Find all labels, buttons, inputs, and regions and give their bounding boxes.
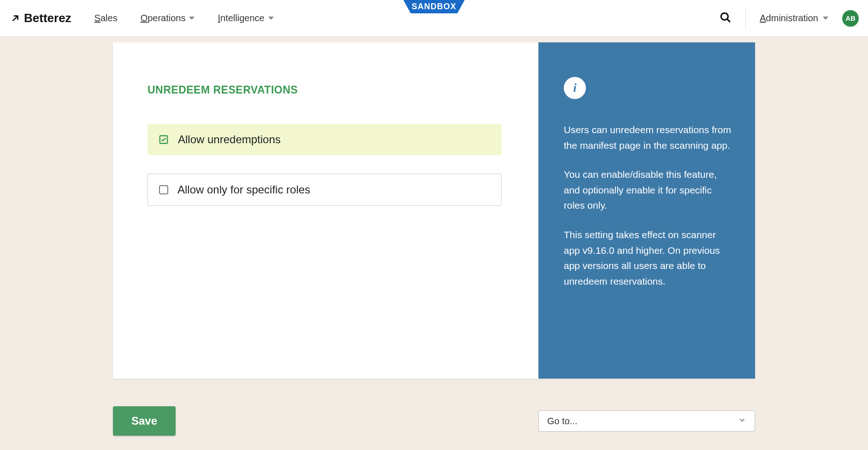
info-icon: i [564, 77, 586, 99]
divider [745, 7, 746, 30]
info-paragraph: Users can unredeem reservations from the… [564, 122, 732, 153]
option-allow-unredemptions[interactable]: Allow unredemptions [148, 124, 502, 155]
nav-administration[interactable]: Administration [760, 13, 828, 23]
brand-logo[interactable]: Betterez [9, 11, 71, 25]
info-paragraph: This setting takes effect on scanner app… [564, 227, 732, 289]
option-specific-roles[interactable]: Allow only for specific roles [148, 174, 502, 206]
nav-intelligence[interactable]: Intelligence [218, 13, 273, 23]
section-title: UNREDEEM RESERVATIONS [148, 84, 502, 96]
chevron-down-icon [738, 416, 746, 427]
nav-sales[interactable]: Sales [94, 13, 118, 23]
sandbox-badge: SANDBOX [403, 0, 465, 13]
option-label: Allow only for specific roles [177, 183, 310, 196]
chevron-down-icon [189, 17, 195, 20]
info-text: Users can unredeem reservations from the… [564, 122, 732, 289]
svg-point-0 [721, 13, 728, 20]
chevron-down-icon [823, 17, 828, 20]
user-avatar[interactable]: AB [842, 10, 859, 27]
svg-line-1 [727, 19, 731, 22]
goto-label: Go to... [547, 416, 578, 427]
chevron-down-icon [268, 17, 274, 20]
topbar-right: Administration AB [720, 7, 859, 30]
nav-operations[interactable]: Operations [141, 13, 195, 23]
save-button[interactable]: Save [113, 406, 176, 436]
footer-actions: Save Go to... [113, 406, 755, 436]
info-paragraph: You can enable/disable this feature, and… [564, 167, 732, 213]
option-label: Allow unredemptions [178, 133, 281, 146]
checkbox-checked-icon [159, 134, 169, 145]
info-sidebar: i Users can unredeem reservations from t… [538, 42, 755, 379]
settings-panel: UNREDEEM RESERVATIONS Allow unredemption… [113, 42, 755, 379]
main-nav: Sales Operations Intelligence [94, 13, 274, 23]
logo-arrow-icon [9, 12, 21, 24]
nav-intelligence-label: Intelligence [218, 13, 264, 23]
nav-administration-label: Administration [760, 13, 818, 23]
brand-name: Betterez [24, 11, 71, 25]
checkbox-unchecked-icon [159, 185, 168, 194]
settings-form: UNREDEEM RESERVATIONS Allow unredemption… [113, 42, 538, 379]
nav-operations-label: Operations [141, 13, 186, 23]
top-navbar: Betterez Sales Operations Intelligence S… [0, 0, 868, 37]
search-icon[interactable] [720, 12, 732, 25]
goto-dropdown[interactable]: Go to... [538, 410, 755, 432]
